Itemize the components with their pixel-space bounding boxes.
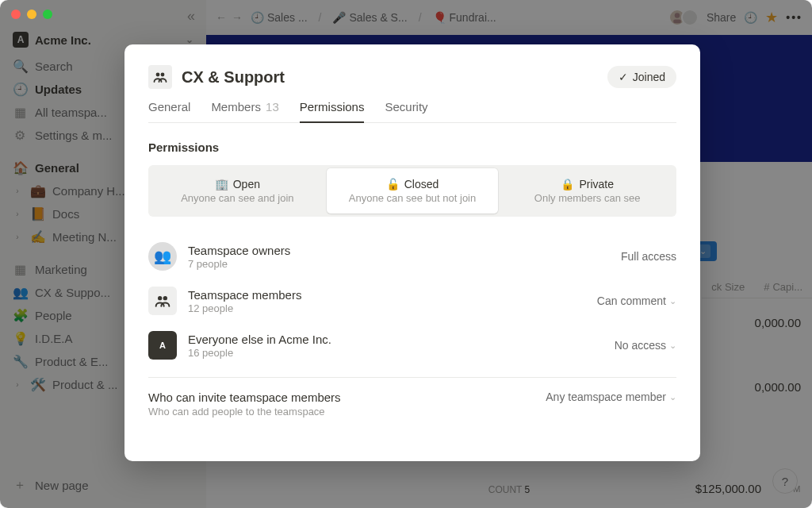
perm-everyone-row: A Everyone else in Acme Inc. 16 people N…: [148, 323, 676, 368]
close-window-icon[interactable]: [11, 10, 21, 19]
members-avatar: [148, 287, 177, 315]
svg-point-2: [158, 296, 162, 300]
joined-badge[interactable]: ✓ Joined: [607, 66, 676, 88]
invite-setting-row: Who can invite teamspace members Who can…: [148, 391, 676, 418]
perm-row-sub: 12 people: [188, 302, 301, 314]
modal-title: CX & Support: [182, 68, 285, 87]
svg-point-1: [161, 73, 165, 77]
building-icon: 🏢: [215, 178, 228, 190]
perm-row-sub: 7 people: [188, 258, 290, 270]
permissions-heading: Permissions: [148, 140, 676, 154]
chevron-down-icon: ⌄: [669, 341, 676, 351]
perm-row-name: Teamspace owners: [188, 244, 290, 257]
joined-label: Joined: [633, 71, 665, 83]
access-level-segmented: 🏢Open Anyone can see and join 🔓Closed An…: [148, 165, 676, 217]
perm-row-sub: 16 people: [188, 347, 331, 359]
teamspace-settings-modal: CX & Support ✓ Joined General Members 13…: [124, 44, 700, 461]
access-open[interactable]: 🏢Open Anyone can see and join: [151, 168, 324, 214]
access-private[interactable]: 🔒Private Only members can see: [501, 168, 673, 214]
perm-members-dropdown[interactable]: Can comment ⌄: [597, 294, 676, 307]
modal-tabs: General Members 13 Permissions Security: [148, 100, 676, 123]
perm-owners-value: Full access: [621, 250, 676, 263]
tab-general[interactable]: General: [148, 100, 190, 122]
invite-dropdown[interactable]: Any teamspace member ⌄: [546, 391, 676, 403]
perm-row-name: Everyone else in Acme Inc.: [188, 333, 331, 346]
window-controls: [11, 10, 52, 19]
check-icon: ✓: [619, 71, 628, 83]
lock-icon: 🔒: [561, 178, 574, 190]
owners-avatar: 👥: [148, 242, 177, 271]
divider: [148, 377, 676, 378]
tab-permissions[interactable]: Permissions: [300, 100, 365, 123]
chevron-down-icon: ⌄: [669, 392, 676, 402]
teamspace-icon: [148, 65, 172, 89]
minimize-window-icon[interactable]: [27, 10, 36, 19]
org-avatar: A: [148, 331, 177, 360]
chevron-down-icon: ⌄: [669, 296, 676, 306]
perm-owners-row: 👥 Teamspace owners 7 people Full access: [148, 234, 676, 279]
perm-everyone-dropdown[interactable]: No access ⌄: [615, 339, 676, 352]
perm-row-name: Teamspace members: [188, 288, 301, 302]
invite-title: Who can invite teamspace members: [148, 391, 341, 404]
perm-members-row: Teamspace members 12 people Can comment …: [148, 279, 676, 323]
svg-point-3: [163, 296, 167, 300]
access-closed[interactable]: 🔓Closed Anyone can see but not join: [327, 168, 499, 214]
tab-security[interactable]: Security: [385, 100, 427, 122]
maximize-window-icon[interactable]: [43, 10, 52, 19]
lock-open-icon: 🔓: [386, 178, 400, 190]
tab-members[interactable]: Members 13: [211, 100, 278, 122]
svg-point-0: [156, 73, 160, 77]
invite-sub: Who can add people to the teamspace: [148, 406, 341, 418]
